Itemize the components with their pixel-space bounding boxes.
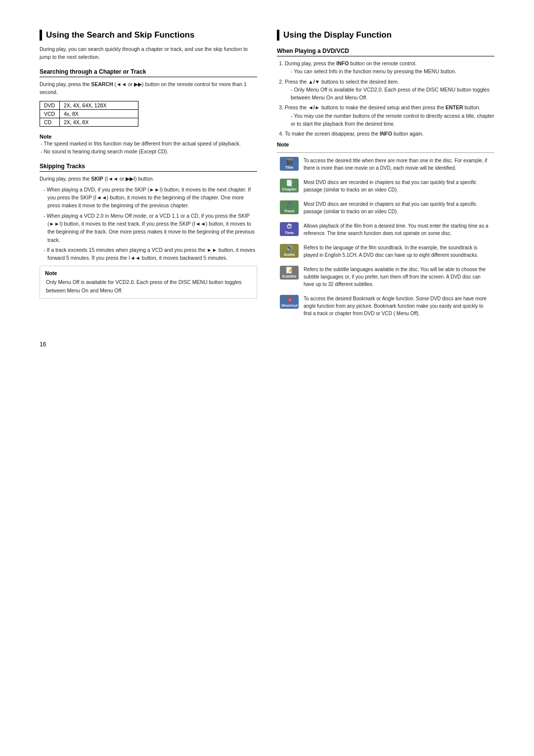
icon-desc-track: Most DVD discs are recorded in chapters … bbox=[302, 197, 493, 218]
icon-cell-time: ⏱ Time bbox=[278, 219, 301, 240]
note1-label: Note bbox=[40, 134, 51, 140]
display-icons-table: 🎬 Title To access the desired title when… bbox=[277, 152, 494, 321]
subtitle-icon-symbol: 📝 bbox=[286, 267, 293, 274]
subtitle-icon-label: Subtitle bbox=[282, 274, 296, 279]
time-icon-symbol: ⏱ bbox=[286, 223, 292, 230]
right-section-title: Using the Display Function bbox=[277, 30, 494, 41]
step-3: Press the ◄/► buttons to make the desire… bbox=[285, 103, 494, 128]
page-content: Using the Search and Skip Functions Duri… bbox=[40, 30, 494, 321]
right-column: Using the Display Function When Playing … bbox=[277, 30, 494, 321]
left-column: Using the Search and Skip Functions Duri… bbox=[40, 30, 257, 305]
table-row: 🎵 Track Most DVD discs are recorded in c… bbox=[278, 197, 493, 218]
skip-subsection-title: Skipping Tracks bbox=[40, 163, 257, 172]
track-icon-badge: 🎵 Track bbox=[280, 200, 299, 214]
speed-cd-value: 2X, 4X, 8X bbox=[60, 118, 138, 127]
step-2-sub: - Only Menu Off is available for VCD2.0.… bbox=[291, 86, 494, 102]
skip-bullet-1: - When playing a VCD 2.0 in Menu Off mod… bbox=[44, 212, 257, 244]
icon-desc-audio: Refers to the language of the film sound… bbox=[302, 241, 493, 262]
track-icon-symbol: 🎵 bbox=[286, 201, 293, 208]
search-body: During play, press the SEARCH (◄◄ or ▶▶)… bbox=[40, 80, 257, 96]
icon-desc-title: To access the desired title when there a… bbox=[302, 154, 493, 175]
icon-desc-shortcut: To access the desired Bookmark or Angle … bbox=[302, 292, 493, 320]
icon-cell-subtitle: 📝 Subtitle bbox=[278, 263, 301, 291]
time-icon-label: Time bbox=[285, 231, 294, 235]
speed-vcd-value: 4x, 8X bbox=[60, 110, 138, 118]
left-intro: During play, you can search quickly thro… bbox=[40, 46, 257, 61]
audio-icon-label: Audio bbox=[284, 252, 295, 257]
search-subsection-title: Searching through a Chapter or Track bbox=[40, 68, 257, 77]
table-row: DVD 2X, 4X, 64X, 128X bbox=[40, 101, 138, 110]
table-row: 🎬 Title To access the desired title when… bbox=[278, 154, 493, 175]
icon-desc-chapter: Most DVD discs are recorded in chapters … bbox=[302, 176, 493, 196]
page-number: 16 bbox=[40, 341, 494, 348]
time-icon-badge: ⏱ Time bbox=[280, 222, 299, 236]
step-4: To make the screen disappear, press the … bbox=[285, 130, 494, 138]
title-icon-symbol: 🎬 bbox=[286, 158, 293, 165]
skip-bullet-2: - If a track exceeds 15 minutes when pla… bbox=[44, 246, 257, 262]
track-icon-label: Track bbox=[284, 209, 295, 213]
note1-item-1: - No sound is hearing during search mode… bbox=[41, 147, 257, 155]
right-note-label: Note bbox=[277, 142, 494, 147]
speed-dvd-value: 2X, 4X, 64X, 128X bbox=[60, 101, 138, 110]
skip-bullet-0: - When playing a DVD, if you press the S… bbox=[44, 186, 257, 210]
icon-cell-chapter: 📑 Chapter bbox=[278, 176, 301, 196]
chapter-icon-label: Chapter bbox=[282, 187, 297, 191]
shortcut-icon-badge: 🔖 Shortcut bbox=[280, 295, 299, 309]
note1-item-0: - The speed marked in this function may … bbox=[41, 140, 257, 147]
title-icon-label: Title bbox=[285, 165, 293, 170]
table-row: 🔖 Shortcut To access the desired Bookmar… bbox=[278, 292, 493, 320]
icon-desc-subtitle: Refers to the subtitle languages availab… bbox=[302, 263, 493, 291]
note-box-1: Note - The speed marked in this function… bbox=[40, 134, 257, 156]
table-row: ⏱ Time Allows playback of the film from … bbox=[278, 219, 493, 240]
title-icon-badge: 🎬 Title bbox=[280, 157, 299, 171]
skip-intro: During play, press the SKIP (I◄◄ or ▶▶I)… bbox=[40, 175, 257, 183]
note2-label: Note bbox=[45, 270, 252, 276]
table-row: 📝 Subtitle Refers to the subtitle langua… bbox=[278, 263, 493, 291]
table-row: 📑 Chapter Most DVD discs are recorded in… bbox=[278, 176, 493, 196]
speed-cd-label: CD bbox=[40, 118, 60, 127]
chapter-icon-symbol: 📑 bbox=[286, 180, 293, 187]
speed-vcd-label: VCD bbox=[40, 110, 60, 118]
icon-desc-time: Allows playback of the film from a desir… bbox=[302, 219, 493, 240]
table-row: 🔊 Audio Refers to the language of the fi… bbox=[278, 241, 493, 262]
subtitle-icon-badge: 📝 Subtitle bbox=[280, 266, 299, 280]
icon-cell-shortcut: 🔖 Shortcut bbox=[278, 292, 301, 320]
speed-table: DVD 2X, 4X, 64X, 128X VCD 4x, 8X CD 2X, … bbox=[40, 101, 138, 127]
audio-icon-badge: 🔊 Audio bbox=[280, 244, 299, 258]
icon-cell-track: 🎵 Track bbox=[278, 197, 301, 218]
icon-cell-title: 🎬 Title bbox=[278, 154, 301, 175]
shortcut-icon-label: Shortcut bbox=[281, 303, 298, 308]
table-row: CD 2X, 4X, 8X bbox=[40, 118, 138, 127]
speed-dvd-label: DVD bbox=[40, 101, 60, 110]
steps-list: During play, press the INFO button on th… bbox=[277, 59, 494, 138]
step-1-sub: - You can select Info in the function me… bbox=[291, 67, 494, 75]
step-2: Press the ▲/▼ buttons to select the desi… bbox=[285, 78, 494, 102]
left-section-title: Using the Search and Skip Functions bbox=[40, 30, 257, 41]
audio-icon-symbol: 🔊 bbox=[286, 245, 293, 252]
chapter-icon-badge: 📑 Chapter bbox=[280, 179, 299, 192]
icon-cell-audio: 🔊 Audio bbox=[278, 241, 301, 262]
step-1: During play, press the INFO button on th… bbox=[285, 59, 494, 76]
note2-text: Only Menu Off is available for VCD2.0. E… bbox=[46, 278, 252, 294]
when-playing-subsection-title: When Playing a DVD/VCD bbox=[277, 47, 494, 56]
step-3-sub: - You may use the number buttons of the … bbox=[291, 112, 494, 128]
shortcut-icon-symbol: 🔖 bbox=[286, 296, 293, 303]
note-box-2: Note Only Menu Off is available for VCD2… bbox=[40, 266, 257, 299]
table-row: VCD 4x, 8X bbox=[40, 110, 138, 118]
